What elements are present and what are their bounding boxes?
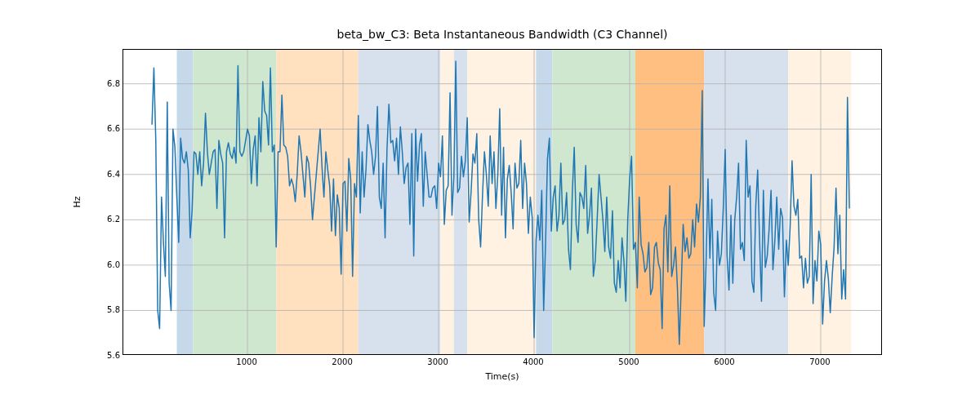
ytick-label: 5.8: [92, 305, 120, 314]
ytick-label: 6.2: [92, 215, 120, 224]
xtick-label: 3000: [413, 357, 462, 366]
region: [552, 50, 635, 355]
ytick-label: 6.8: [92, 78, 120, 87]
xtick-label: 1000: [222, 357, 271, 366]
figure: beta_bw_C3: Beta Instantaneous Bandwidth…: [0, 0, 980, 408]
ytick-label: 6.6: [92, 124, 120, 133]
plot-area: [122, 49, 882, 355]
xtick-label: 5000: [604, 357, 653, 366]
xtick-label: 7000: [795, 357, 844, 366]
xtick-label: 4000: [509, 357, 558, 366]
ytick-label: 6.0: [92, 259, 120, 268]
xtick-label: 2000: [318, 357, 367, 366]
y-axis-label: Hz: [72, 49, 83, 355]
xtick-label: 6000: [700, 357, 749, 366]
ytick-label: 5.6: [92, 351, 120, 360]
region: [359, 50, 441, 355]
plot-svg: [123, 50, 882, 355]
x-axis-label: Time(s): [122, 371, 882, 382]
region: [704, 50, 788, 355]
chart-title: beta_bw_C3: Beta Instantaneous Bandwidth…: [122, 28, 882, 41]
ytick-label: 6.4: [92, 169, 120, 178]
